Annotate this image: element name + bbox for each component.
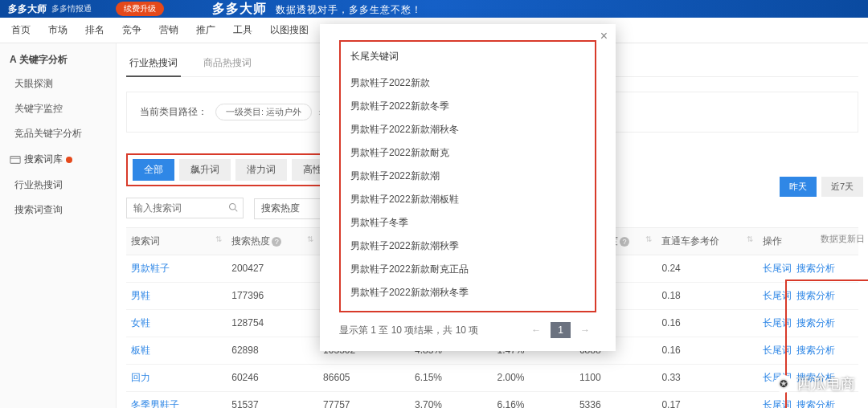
longtail-item[interactable]: 男款鞋子2022新款潮 <box>350 165 585 188</box>
longtail-item[interactable]: 男款鞋子2022新款潮板鞋 <box>350 188 585 211</box>
longtail-item[interactable]: 男款鞋子2022新款潮秋季 <box>350 235 585 258</box>
pager-prev[interactable]: ← <box>525 322 547 338</box>
close-icon[interactable]: × <box>600 29 608 43</box>
longtail-item[interactable]: 男款鞋子2022新款耐克 <box>350 141 585 165</box>
longtail-item[interactable]: 男款鞋子2022新款潮秋冬 <box>350 118 585 141</box>
longtail-item[interactable]: 男款鞋子2022新款 <box>350 71 585 95</box>
pager-summary: 显示第 1 至 10 项结果，共 10 项 <box>339 324 478 337</box>
longtail-item[interactable]: 男款鞋子2022新款耐克正品 <box>350 258 585 281</box>
longtail-item[interactable]: 男款鞋子2022新款潮秋冬季 <box>350 281 585 304</box>
watermark-text: 西瓜电商 <box>797 374 855 394</box>
modal-title: 长尾关键词 <box>350 50 585 63</box>
longtail-modal: × 长尾关键词 男款鞋子2022新款男款鞋子2022新款冬季男款鞋子2022新款… <box>320 24 616 351</box>
longtail-item[interactable]: 男款鞋子冬季 <box>350 211 585 235</box>
pager-next[interactable]: → <box>574 322 596 338</box>
pager: 显示第 1 至 10 项结果，共 10 项 ← 1 → <box>339 322 596 338</box>
watermark: ✪ 西瓜电商 <box>775 374 855 394</box>
pager-page-1[interactable]: 1 <box>551 322 571 338</box>
longtail-item[interactable]: 男款鞋子2022新款冬季 <box>350 95 585 118</box>
longtail-list-box: 长尾关键词 男款鞋子2022新款男款鞋子2022新款冬季男款鞋子2022新款潮秋… <box>339 40 596 312</box>
wechat-icon: ✪ <box>775 375 792 393</box>
